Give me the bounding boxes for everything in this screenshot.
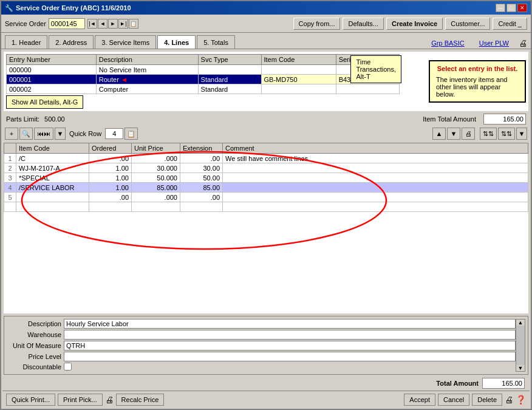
col-extension: Extension [180,143,223,154]
tab-totals[interactable]: 5. Totals [197,35,235,49]
tooltip-box: Select an entry in the list. The invento… [429,60,526,103]
title-bar: 🔧 Service Order Entry (ABC) 11/6/2010 ─ … [1,1,531,15]
print-button[interactable]: 🖨 [462,128,475,140]
col-svc-type: Svc Type [198,55,261,65]
scroll-up-button[interactable]: ▲ [432,128,446,140]
table-row[interactable]: 1 /C .00 .000 .00 We still have comment … [4,154,528,163]
bottom-bar: Quick Print... Print Pick... 🖨 Recalc Pr… [2,391,530,408]
app-icon: 🔧 [5,4,13,12]
scroll-thumb[interactable] [516,326,525,365]
detail-scrollbar[interactable]: ▲ ▼ [516,319,525,372]
quick-row-go-button[interactable]: 📋 [124,128,138,140]
total-amount-value[interactable] [482,378,525,389]
scroll-down-btn[interactable]: ▼ [516,365,525,371]
nav-next-button[interactable]: ► [108,19,118,29]
quick-print-button[interactable]: Quick Print... [6,394,55,406]
sort-button-2[interactable]: ⇅⇅ [498,128,515,140]
print-pick-button[interactable]: Print Pick... [58,394,103,406]
service-order-label: Service Order [5,20,46,27]
col-comment: Comment [223,143,528,154]
discountable-row: Discountable [7,363,516,371]
maximize-button[interactable]: □ [506,4,516,12]
detail-section: Description Warehouse Unit Of Measure Pr… [4,316,528,375]
description-field[interactable] [64,319,516,329]
table-row[interactable]: 2 WJ-M-2107-A 1.00 30.000 30.00 [4,163,528,173]
tool-button-2[interactable]: ⏮⏭ [34,128,53,140]
credit-button[interactable]: Credit _ [493,18,527,30]
window-title: Service Order Entry (ABC) 11/6/2010 [16,4,131,12]
col-item-code: Item Code [261,55,336,65]
recalc-price-button[interactable]: Recalc Price [116,394,165,406]
tooltip-line1: Select an entry in the list. [436,65,519,72]
unit-of-measure-field[interactable] [64,341,516,350]
time-transactions-callout: Time Transactions, Alt-T [350,55,401,83]
total-amount-label: Total Amount [436,380,479,387]
parts-limit-row: Parts Limit: 500.00 Item Total Amount [2,112,530,126]
quick-row-input[interactable] [105,128,123,139]
col-entry-number: Entry Number [7,55,97,65]
table-row[interactable]: 4 /SERVICE LABOR 1.00 85.000 85.00 [4,183,528,193]
fax-icon: 🖨 [519,38,527,48]
scroll-up-btn[interactable]: ▲ [516,319,525,326]
show-all-details-callout: Show All Details, Alt-G [6,95,83,109]
col-unit-price: Unit Price [132,143,180,154]
total-amount-row: Total Amount [2,376,530,391]
nav-first-button[interactable]: |◄ [87,19,97,29]
time-callout-box: Time Transactions, Alt-T [350,55,401,83]
main-toolbar: Service Order |◄ ◄ ► ►| 📋 Copy from... D… [1,15,531,33]
warehouse-field[interactable] [64,330,516,340]
nav-extra-button[interactable]: 📋 [129,19,138,29]
table-row[interactable]: 000001 Router ◄ Standard GB-MD750 B4351-… [7,75,400,84]
close-button[interactable]: ✕ [517,4,527,12]
nav-last-button[interactable]: ►| [118,19,128,29]
discountable-checkbox[interactable] [64,363,72,371]
copy-from-button[interactable]: Copy from... [293,18,341,30]
lines-section: Item Code Ordered Unit Price Extension C… [4,143,528,313]
action-toolbar: + 🔍 ⏮⏭ ▼ Quick Row 📋 ▲ ▼ 🖨 ⇅⇅ ⇅⇅ ▼ [2,126,530,142]
table-row[interactable]: 3 *SPECIAL 1.00 50.000 50.00 [4,173,528,183]
delete-button[interactable]: Delete [472,394,502,406]
tab-bar: 1. Header 2. Address 3. Service Items 4.… [1,33,531,49]
defaults-button[interactable]: Defaults... [343,18,384,30]
tab-lines[interactable]: 4. Lines [157,35,196,49]
service-order-input[interactable] [49,18,85,29]
table-row[interactable]: 000002 Computer Standard [7,84,400,94]
sort-button-3[interactable]: ▼ [516,128,527,140]
col-ordered: Ordered [89,143,132,154]
add-icon: + [10,130,13,137]
grp-basic-link[interactable]: Grp BASIC [426,38,469,49]
parts-limit-value: 500.00 [44,115,65,123]
lines-table: Item Code Ordered Unit Price Extension C… [4,143,528,212]
help-icon[interactable]: ❓ [516,395,526,405]
tool-button-1[interactable]: 🔍 [19,128,33,140]
table-row[interactable]: 5 .00 .000 .00 [4,193,528,202]
sort-button-1[interactable]: ⇅⇅ [480,128,497,140]
create-invoice-button[interactable]: Create Invoice [386,18,443,30]
add-row-button[interactable]: + [5,128,18,140]
description-row: Description [7,319,516,329]
tab-header[interactable]: 1. Header [5,35,47,49]
customer-button[interactable]: Customer... [445,18,490,30]
table-row[interactable]: 000000 No Service Item [7,65,400,75]
accept-button[interactable]: Accept [404,394,435,406]
table-row[interactable] [4,202,528,212]
item-total-value[interactable] [483,114,526,125]
col-description: Description [96,55,198,65]
price-level-field[interactable] [64,352,516,361]
minimize-button[interactable]: ─ [496,4,505,12]
tab-service-items[interactable]: 3. Service Items [95,35,156,49]
tooltip-line2: The inventory items and other lines will… [436,76,519,98]
tab-address[interactable]: 2. Address [49,35,94,49]
price-level-row: Price Level [7,352,516,361]
user-plw-link[interactable]: User PLW [474,38,514,49]
printer-icon: 🖨 [105,395,114,405]
cancel-button[interactable]: Cancel [438,394,469,406]
service-items-table: Entry Number Description Svc Type Item C… [6,54,400,94]
unit-of-measure-row: Unit Of Measure [7,341,516,350]
quick-row-label: Quick Row [69,130,101,137]
col-row-num [4,143,16,154]
scroll-down-button[interactable]: ▼ [447,128,460,140]
nav-prev-button[interactable]: ◄ [98,19,107,29]
tool-button-3[interactable]: ▼ [55,128,66,140]
service-items-section: Entry Number Description Svc Type Item C… [4,52,528,111]
